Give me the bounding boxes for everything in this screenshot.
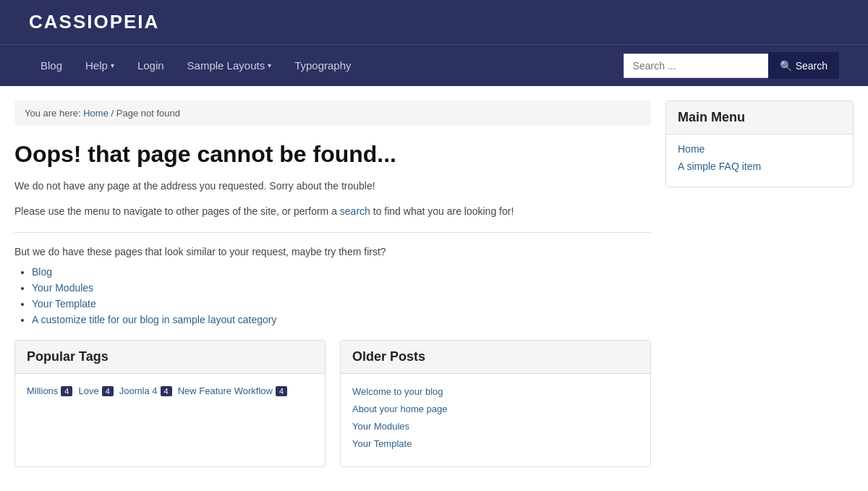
post-modules[interactable]: Your Modules xyxy=(352,421,409,432)
nav-help[interactable]: Help ▾ xyxy=(74,46,126,85)
sidebar-menu-list: Home A simple FAQ item xyxy=(678,143,841,172)
error-text-2: Please use the menu to navigate to other… xyxy=(14,203,651,219)
search-link[interactable]: search xyxy=(340,205,370,217)
tag-count: 4 xyxy=(102,386,114,396)
error-text-1: We do not have any page at the address y… xyxy=(14,178,651,194)
tag-item: Millions 4 xyxy=(27,385,72,396)
similar-list: Blog Your Modules Your Template A custom… xyxy=(14,266,651,325)
older-posts-body: Welcome to your blog About your home pag… xyxy=(341,374,650,466)
nav-links: Blog Help ▾ Login Sample Layouts ▾ Typog… xyxy=(29,46,363,85)
sidebar-item-home[interactable]: Home xyxy=(678,143,705,155)
list-item: About your home page xyxy=(352,403,639,414)
search-area: 🔍 Search xyxy=(624,45,839,86)
similar-link-modules[interactable]: Your Modules xyxy=(32,282,93,294)
nav-blog[interactable]: Blog xyxy=(29,46,74,85)
tag-millions[interactable]: Millions xyxy=(27,385,58,396)
breadcrumb: You are here: Home / Page not found xyxy=(14,101,651,126)
post-template[interactable]: Your Template xyxy=(352,438,412,449)
list-item: Home xyxy=(678,143,841,155)
breadcrumb-home[interactable]: Home xyxy=(83,108,109,119)
main-content: You are here: Home / Page not found Oops… xyxy=(14,101,651,467)
tag-item: Love 4 xyxy=(78,385,113,396)
tag-new-feature[interactable]: New Feature Workflow xyxy=(178,385,273,396)
error-title: Oops! that page cannot be found... xyxy=(14,140,651,168)
similar-intro: But we do have these pages that look sim… xyxy=(14,246,651,257)
sidebar-module-title: Main Menu xyxy=(666,101,853,135)
older-posts-header: Older Posts xyxy=(341,341,650,374)
search-button[interactable]: 🔍 Search xyxy=(768,52,839,79)
divider xyxy=(14,232,651,233)
list-item: Welcome to your blog xyxy=(352,385,639,397)
main-nav: Blog Help ▾ Login Sample Layouts ▾ Typog… xyxy=(0,44,868,86)
list-item: Your Modules xyxy=(352,420,639,432)
nav-sample-layouts[interactable]: Sample Layouts ▾ xyxy=(176,46,284,85)
nav-typography[interactable]: Typography xyxy=(283,46,362,85)
post-welcome[interactable]: Welcome to your blog xyxy=(352,386,443,397)
tag-count: 4 xyxy=(61,386,72,396)
older-posts-list: Welcome to your blog About your home pag… xyxy=(352,385,639,449)
list-item: A customize title for our blog in sample… xyxy=(32,314,651,325)
list-item: Blog xyxy=(32,266,651,278)
list-item: Your Template xyxy=(352,437,639,449)
similar-link-template[interactable]: Your Template xyxy=(32,298,96,309)
popular-tags-panel: Popular Tags Millions 4 Love 4 Joomla 4 xyxy=(14,340,326,467)
list-item: A simple FAQ item xyxy=(678,161,841,172)
site-logo[interactable]: CASSIOPEIA xyxy=(29,0,159,44)
similar-link-blog[interactable]: Blog xyxy=(32,266,52,278)
sidebar-item-faq[interactable]: A simple FAQ item xyxy=(678,161,761,172)
sidebar: Main Menu Home A simple FAQ item xyxy=(665,101,854,467)
tag-count: 4 xyxy=(276,386,287,396)
list-item: Your Template xyxy=(32,298,651,309)
tag-count: 4 xyxy=(161,386,172,396)
chevron-down-icon: ▾ xyxy=(111,61,114,69)
similar-link-customize[interactable]: A customize title for our blog in sample… xyxy=(32,314,277,325)
search-icon: 🔍 xyxy=(780,60,792,72)
tag-item: Joomla 4 4 xyxy=(119,385,172,396)
tag-joomla4[interactable]: Joomla 4 xyxy=(119,385,158,396)
sidebar-module-body: Home A simple FAQ item xyxy=(666,135,853,187)
page-wrap: You are here: Home / Page not found Oops… xyxy=(0,86,868,482)
list-item: Your Modules xyxy=(32,282,651,294)
sidebar-main-menu: Main Menu Home A simple FAQ item xyxy=(665,101,854,187)
chevron-down-icon: ▾ xyxy=(268,61,271,69)
post-home[interactable]: About your home page xyxy=(352,404,448,414)
tag-item: New Feature Workflow 4 xyxy=(178,385,287,396)
tag-love[interactable]: Love xyxy=(78,385,98,396)
nav-login[interactable]: Login xyxy=(126,46,176,85)
popular-tags-header: Popular Tags xyxy=(15,341,325,374)
tags-list: Millions 4 Love 4 Joomla 4 4 New Featu xyxy=(27,385,313,396)
site-header: CASSIOPEIA xyxy=(0,0,868,44)
search-input[interactable] xyxy=(624,54,768,78)
older-posts-panel: Older Posts Welcome to your blog About y… xyxy=(340,340,651,467)
panels: Popular Tags Millions 4 Love 4 Joomla 4 xyxy=(14,340,651,467)
popular-tags-body: Millions 4 Love 4 Joomla 4 4 New Featu xyxy=(15,374,325,408)
